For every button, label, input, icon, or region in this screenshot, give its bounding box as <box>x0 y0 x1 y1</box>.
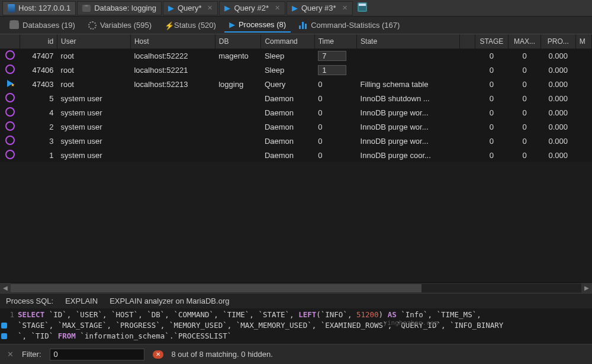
close-icon[interactable]: ✕ <box>207 4 213 12</box>
host-icon <box>8 4 15 12</box>
close-icon[interactable]: ✕ <box>275 4 280 12</box>
tab-status[interactable]: ⚡ Status (520) <box>160 18 221 32</box>
tab-processes[interactable]: ▶ Processes (8) <box>224 18 291 33</box>
scroll-right-arrow[interactable]: ► <box>581 283 592 294</box>
cell-last <box>575 49 591 63</box>
table-row[interactable]: 5system userDaemon0InnoDB shutdown ...00… <box>0 91 592 105</box>
cell-id: 2 <box>20 120 57 134</box>
cell-db <box>215 148 261 162</box>
cell-user: root <box>57 49 131 63</box>
cell-db <box>215 91 261 105</box>
table-row[interactable]: 47406rootlocalhost:52221Sleep1000.000 <box>0 63 592 77</box>
database-tab[interactable]: Database: logging <box>77 1 162 15</box>
cell-id: 47403 <box>20 77 57 91</box>
new-query-button[interactable] <box>354 2 371 14</box>
cell-stage: 0 <box>475 63 509 77</box>
gutter-marker-icon <box>1 333 7 339</box>
query-tab-3[interactable]: ▶ Query #3* ✕ <box>287 1 353 15</box>
col-header-progress[interactable]: PRO... <box>540 34 575 49</box>
col-header-icon[interactable] <box>0 34 20 49</box>
cell-host <box>130 105 215 120</box>
cell-max: 0 <box>509 148 541 162</box>
query-tab-2[interactable]: ▶ Query #2* ✕ <box>219 1 285 15</box>
cell-time: 7 <box>318 51 346 61</box>
cell-id: 1 <box>20 148 57 162</box>
clear-filter-button[interactable]: ✕ <box>153 350 163 359</box>
explain-analyzer-link[interactable]: EXPLAIN analyzer on MariaDB.org <box>110 297 229 305</box>
scroll-track[interactable] <box>11 284 581 292</box>
host-tab[interactable]: Host: 127.0.0.1 <box>2 1 76 15</box>
sql-editor[interactable]: 1 SELECT `ID`, `USER`, `HOST`, `DB`, `CO… <box>0 308 592 344</box>
cell-db: logging <box>215 77 261 91</box>
cell-progress: 0.000 <box>540 105 575 120</box>
col-header-host[interactable]: Host <box>130 34 215 49</box>
cell-user: system user <box>57 105 131 120</box>
database-tab-label: Database: logging <box>94 4 156 12</box>
top-tab-bar: Host: 127.0.0.1 Database: logging ▶ Quer… <box>0 0 592 17</box>
cell-last <box>575 91 591 105</box>
cell-host: localhost:52213 <box>130 77 215 91</box>
table-row[interactable]: 1system userDaemon0InnoDB purge coor...0… <box>0 148 592 162</box>
cell-host <box>130 148 215 162</box>
col-header-stage[interactable]: STAGE <box>475 34 509 49</box>
row-status-icon <box>5 150 15 159</box>
cell-command: Daemon <box>261 148 314 162</box>
tab-status-label: Status (520) <box>174 21 216 30</box>
col-header-db[interactable]: DB <box>215 34 261 49</box>
col-header-time[interactable]: Time <box>314 34 356 49</box>
col-header-blank[interactable] <box>460 34 475 49</box>
tab-command-statistics[interactable]: Command-Statistics (167) <box>294 18 404 32</box>
process-table[interactable]: id User Host DB Command Time State STAGE… <box>0 34 592 162</box>
cell-progress: 0.000 <box>540 63 575 77</box>
row-status-icon <box>5 121 15 131</box>
scroll-thumb[interactable] <box>11 284 422 292</box>
cell-time: 1 <box>318 65 346 75</box>
watermark-text: yinghezhan.com <box>383 318 438 328</box>
cell-blank <box>460 49 475 63</box>
table-row[interactable]: 2system userDaemon0InnoDB purge wor...00… <box>0 120 592 134</box>
col-header-last[interactable]: M <box>575 34 591 49</box>
cell-state: Filling schema table <box>357 77 460 91</box>
active-row-icon <box>7 80 13 87</box>
horizontal-scrollbar[interactable]: ◄ ► <box>0 282 592 293</box>
cell-max: 0 <box>509 91 541 105</box>
tab-variables[interactable]: Variables (595) <box>83 18 156 32</box>
cell-host: localhost:52221 <box>130 63 215 77</box>
table-row[interactable]: 47407rootlocalhost:52222magentoSleep7000… <box>0 49 592 63</box>
cell-db <box>215 120 261 134</box>
close-icon[interactable]: ✕ <box>342 4 348 12</box>
filter-input[interactable] <box>50 349 144 360</box>
host-subtab-bar: Databases (19) Variables (595) ⚡ Status … <box>0 17 592 34</box>
bar-chart-icon <box>299 22 307 29</box>
cell-db <box>215 105 261 120</box>
table-row[interactable]: 3system userDaemon0InnoDB purge wor...00… <box>0 134 592 148</box>
row-status-icon <box>5 65 15 74</box>
cell-last <box>575 105 591 120</box>
col-header-max[interactable]: MAX... <box>509 34 541 49</box>
cell-user: system user <box>57 134 131 148</box>
scroll-left-arrow[interactable]: ◄ <box>0 283 11 294</box>
cell-progress: 0.000 <box>540 91 575 105</box>
tab-databases-label: Databases (19) <box>22 21 75 30</box>
cell-stage: 0 <box>475 148 509 162</box>
explain-link[interactable]: EXPLAIN <box>65 297 98 305</box>
col-header-state[interactable]: State <box>357 34 460 49</box>
close-filter-icon[interactable]: ✕ <box>7 350 14 359</box>
table-row[interactable]: 47403rootlocalhost:52213loggingQuery0Fil… <box>0 77 592 91</box>
gutter-marker-icon <box>1 323 7 328</box>
query-tab-1[interactable]: ▶ Query* ✕ <box>163 1 218 15</box>
col-header-user[interactable]: User <box>57 34 131 49</box>
cell-blank <box>460 134 475 148</box>
cell-command: Daemon <box>261 91 314 105</box>
cell-blank <box>460 105 475 120</box>
cell-stage: 0 <box>475 77 509 91</box>
col-header-command[interactable]: Command <box>261 34 314 49</box>
cell-command: Sleep <box>261 63 314 77</box>
tab-databases[interactable]: Databases (19) <box>5 18 80 32</box>
cell-user: root <box>57 63 131 77</box>
col-header-id[interactable]: id <box>20 34 57 49</box>
table-row[interactable]: 4system userDaemon0InnoDB purge wor...00… <box>0 105 592 120</box>
cell-stage: 0 <box>475 91 509 105</box>
cell-progress: 0.000 <box>540 49 575 63</box>
cell-command: Daemon <box>261 134 314 148</box>
